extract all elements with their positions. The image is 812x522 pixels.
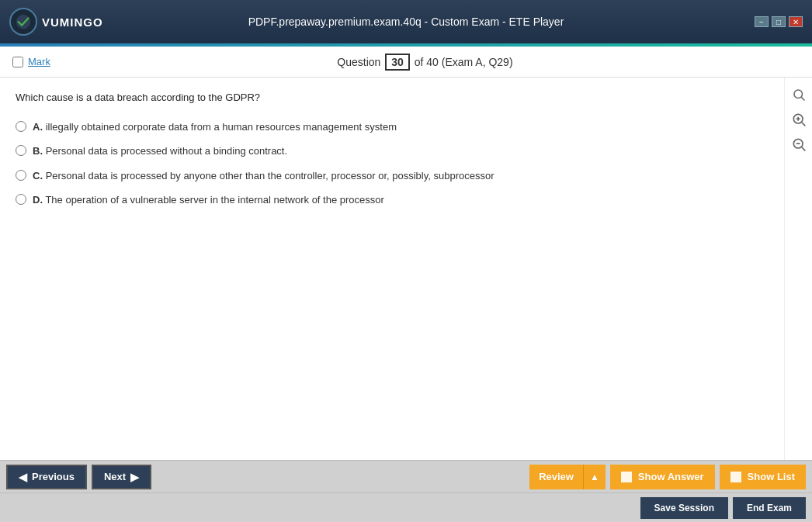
radio-a[interactable]	[16, 121, 26, 132]
svg-line-2	[801, 97, 804, 100]
window-controls: − □ ✕	[755, 16, 803, 27]
save-session-button[interactable]: Save Session	[640, 497, 728, 519]
zoom-out-icon[interactable]	[788, 133, 810, 155]
option-d: D. The operation of a vulnerable server …	[16, 192, 769, 208]
review-group: Review ▲	[529, 465, 606, 489]
header-bar: Mark Question 30 of 40 (Exam A, Q29)	[0, 47, 812, 78]
option-a-label[interactable]: A. illegally obtained corporate data fro…	[33, 119, 397, 135]
maximize-button[interactable]: □	[772, 16, 786, 27]
logo-icon	[9, 8, 37, 36]
option-b: B. Personal data is processed without a …	[16, 143, 769, 159]
show-list-icon	[730, 472, 741, 482]
close-button[interactable]: ✕	[789, 16, 803, 27]
question-number: 30	[385, 54, 410, 71]
mark-label[interactable]: Mark	[12, 56, 50, 67]
option-a: A. illegally obtained corporate data fro…	[16, 119, 769, 135]
next-arrow-icon: ▶	[130, 471, 139, 483]
search-icon[interactable]	[788, 84, 810, 105]
svg-line-8	[801, 147, 805, 151]
title-bar: VUMINGO PDPF.prepaway.premium.exam.40q -…	[0, 0, 812, 43]
question-area: Which cause is a data breach according t…	[0, 78, 784, 460]
svg-line-4	[801, 123, 805, 126]
minimize-button[interactable]: −	[755, 16, 769, 27]
question-info: Question 30 of 40 (Exam A, Q29)	[337, 54, 512, 71]
radio-b[interactable]	[16, 145, 26, 156]
end-exam-button[interactable]: End Exam	[733, 497, 806, 519]
action-bar: Save Session End Exam	[0, 493, 812, 522]
mark-text[interactable]: Mark	[28, 56, 50, 67]
svg-point-1	[794, 90, 803, 99]
option-b-label[interactable]: B. Personal data is processed without a …	[33, 143, 287, 159]
zoom-in-icon[interactable]	[788, 109, 810, 130]
right-sidebar	[784, 78, 812, 460]
logo-text: VUMINGO	[42, 16, 103, 29]
window-title: PDPF.prepaway.premium.exam.40q - Custom …	[248, 16, 564, 28]
question-of: of 40 (Exam A, Q29)	[415, 56, 513, 68]
bottom-nav: ◀ Previous Next ▶ Review ▲ Show Answer S…	[0, 460, 812, 493]
option-c: C. Personal data is processed by anyone …	[16, 168, 769, 184]
review-dropdown-button[interactable]: ▲	[583, 465, 606, 489]
question-label: Question	[337, 56, 380, 68]
radio-d[interactable]	[16, 194, 26, 205]
main-content: Which cause is a data breach according t…	[0, 78, 812, 460]
show-answer-icon	[621, 472, 632, 482]
review-button[interactable]: Review	[529, 465, 583, 489]
options-list: A. illegally obtained corporate data fro…	[16, 119, 769, 208]
question-text: Which cause is a data breach according t…	[16, 90, 769, 105]
mark-checkbox[interactable]	[12, 57, 23, 67]
next-button[interactable]: Next ▶	[92, 465, 151, 489]
previous-arrow-icon: ◀	[19, 471, 27, 483]
radio-c[interactable]	[16, 170, 26, 181]
option-d-label[interactable]: D. The operation of a vulnerable server …	[33, 192, 384, 208]
previous-button[interactable]: ◀ Previous	[6, 465, 87, 489]
logo: VUMINGO	[9, 8, 103, 36]
option-c-label[interactable]: C. Personal data is processed by anyone …	[33, 168, 494, 184]
show-list-button[interactable]: Show List	[720, 465, 806, 489]
show-answer-button[interactable]: Show Answer	[610, 465, 715, 489]
